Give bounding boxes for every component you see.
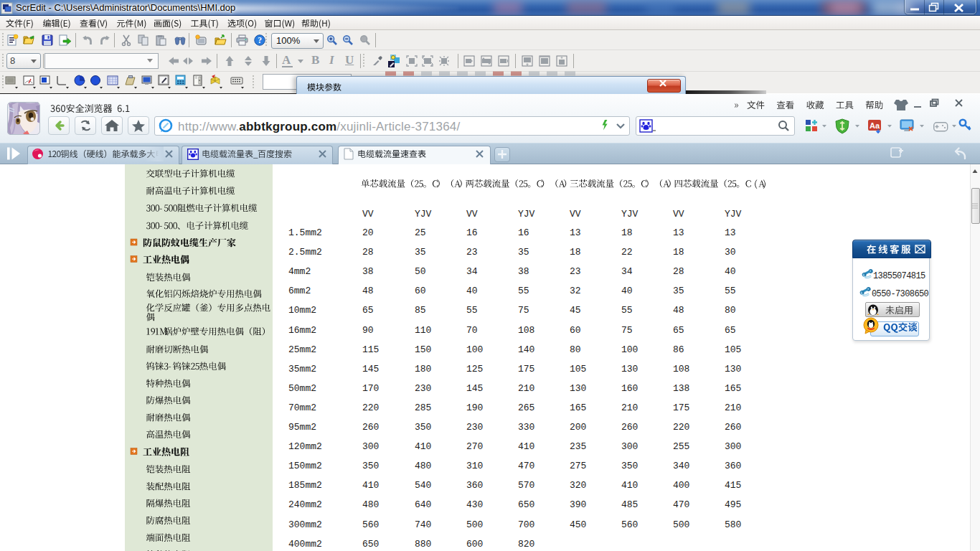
svg-text:?: ? (258, 36, 262, 44)
svg-text:Aa: Aa (870, 121, 880, 130)
